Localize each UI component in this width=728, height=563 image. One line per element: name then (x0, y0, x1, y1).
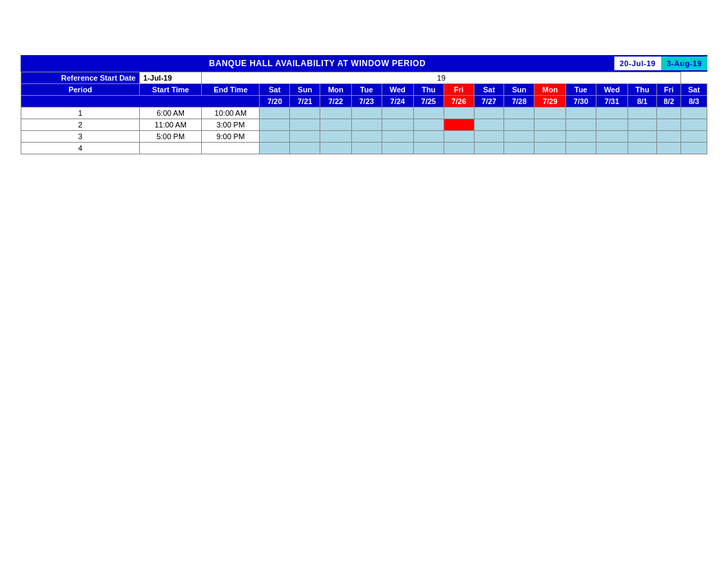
cell-3-7 (474, 143, 504, 154)
cell-1-1 (290, 119, 320, 131)
cell-3-14 (681, 143, 707, 154)
period-cell-0: 1 (21, 108, 140, 119)
start-time-cell-0: 6:00 AM (139, 108, 201, 119)
date-header-row: 7/207/217/227/237/247/257/267/277/287/29… (21, 96, 707, 108)
start-time-header: Start Time (139, 84, 201, 96)
cell-1-5 (413, 119, 444, 131)
end-time-cell-3 (202, 143, 260, 154)
cell-1-12 (628, 119, 657, 131)
cell-3-5 (413, 143, 444, 154)
cell-0-0 (260, 108, 290, 119)
day-header-1: Sun (290, 84, 320, 96)
cell-1-9 (534, 119, 566, 131)
cell-1-13 (657, 119, 681, 131)
cell-0-5 (413, 108, 444, 119)
table-row-1: 211:00 AM3:00 PM (21, 119, 707, 131)
cell-2-2 (320, 131, 352, 143)
cell-3-4 (382, 143, 413, 154)
day-header-0: Sat (260, 84, 290, 96)
cell-3-9 (534, 143, 566, 154)
cell-2-5 (413, 131, 444, 143)
cell-1-7 (474, 119, 504, 131)
cell-3-0 (260, 143, 290, 154)
date-header-8: 7/28 (504, 96, 534, 108)
date-header-7: 7/27 (474, 96, 504, 108)
date-header-11: 7/31 (596, 96, 627, 108)
day-header-11: Wed (596, 84, 627, 96)
cell-0-6 (444, 108, 474, 119)
period-cell-2: 3 (21, 131, 140, 143)
cell-2-11 (596, 131, 627, 143)
cell-0-8 (504, 108, 534, 119)
period-header: Period (21, 84, 140, 96)
end-time-cell-0: 10:00 AM (202, 108, 260, 119)
end-time-cell-1: 3:00 PM (202, 119, 260, 131)
cell-1-11 (596, 119, 627, 131)
cell-1-8 (504, 119, 534, 131)
cell-1-4 (382, 119, 413, 131)
cell-2-8 (504, 131, 534, 143)
table-row-3: 4 (21, 143, 707, 154)
cell-2-4 (382, 131, 413, 143)
cell-2-3 (351, 131, 382, 143)
end-time-cell-2: 9:00 PM (202, 131, 260, 143)
ref-label: Reference Start Date (21, 72, 140, 84)
cell-2-9 (534, 131, 566, 143)
day-header-12: Thu (628, 84, 657, 96)
date-header-2: 7/22 (320, 96, 352, 108)
date-header-4: 7/24 (382, 96, 413, 108)
cell-1-2 (320, 119, 352, 131)
day-header-9: Mon (534, 84, 566, 96)
ref-row: Reference Start Date 1-Jul-19 19 (21, 72, 707, 84)
cell-2-14 (681, 131, 707, 143)
date-header-14: 8/3 (681, 96, 707, 108)
date-header-0: 7/20 (260, 96, 290, 108)
cell-1-6 (444, 119, 474, 131)
date-header-5: 7/25 (413, 96, 444, 108)
period-cell-3: 4 (21, 143, 140, 154)
cell-0-13 (657, 108, 681, 119)
cell-3-13 (657, 143, 681, 154)
cell-0-10 (565, 108, 596, 119)
cell-3-10 (565, 143, 596, 154)
day-header-5: Thu (413, 84, 444, 96)
cell-3-6 (444, 143, 474, 154)
cell-2-10 (565, 131, 596, 143)
date-end-badge: 3-Aug-19 (661, 57, 707, 70)
start-time-cell-2: 5:00 PM (139, 131, 201, 143)
date-header-10: 7/30 (565, 96, 596, 108)
cell-3-12 (628, 143, 657, 154)
cell-1-3 (351, 119, 382, 131)
period-cell-1: 2 (21, 119, 140, 131)
cell-0-3 (351, 108, 382, 119)
cell-2-0 (260, 131, 290, 143)
cell-2-1 (290, 131, 320, 143)
cell-3-8 (504, 143, 534, 154)
cell-3-11 (596, 143, 627, 154)
cell-0-11 (596, 108, 627, 119)
cell-2-12 (628, 131, 657, 143)
cell-1-0 (260, 119, 290, 131)
day-header-4: Wed (382, 84, 413, 96)
end-time-header: End Time (202, 84, 260, 96)
cell-3-2 (320, 143, 352, 154)
day-header-row: Period Start Time End Time SatSunMonTueW… (21, 84, 707, 96)
day-header-3: Tue (351, 84, 382, 96)
date-start-badge: 20-Jul-19 (614, 57, 661, 70)
date-header-3: 7/23 (351, 96, 382, 108)
table-row-0: 16:00 AM10:00 AM (21, 108, 707, 119)
date-header-13: 8/2 (657, 96, 681, 108)
table-row-2: 35:00 PM9:00 PM (21, 131, 707, 143)
day-header-14: Sat (681, 84, 707, 96)
date-header-empty (21, 96, 260, 108)
cell-0-7 (474, 108, 504, 119)
page-title: BANQUE HALL AVAILABILITY AT WINDOW PERIO… (21, 55, 614, 72)
ref-value: 1-Jul-19 (139, 72, 201, 84)
cell-0-4 (382, 108, 413, 119)
date-header-6: 7/26 (444, 96, 474, 108)
cell-3-1 (290, 143, 320, 154)
day-header-2: Mon (320, 84, 352, 96)
day-header-7: Sat (474, 84, 504, 96)
cell-1-14 (681, 119, 707, 131)
cell-2-13 (657, 131, 681, 143)
